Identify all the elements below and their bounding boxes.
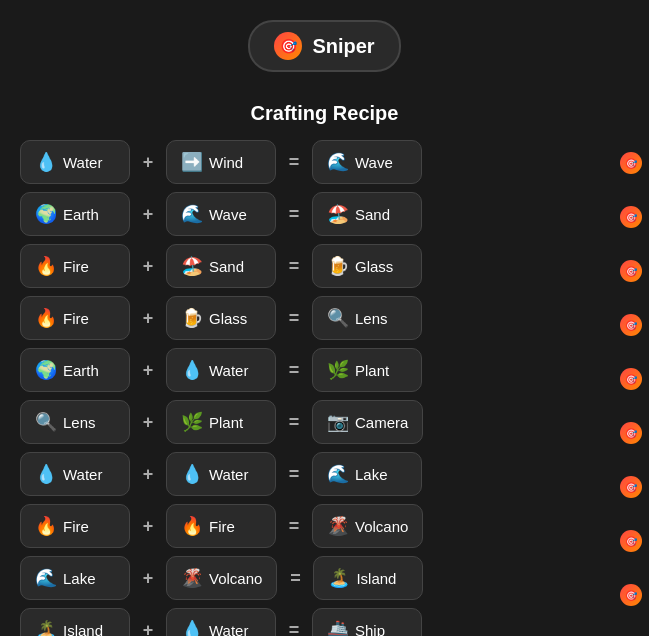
left-emoji-7: 💧 — [35, 463, 57, 485]
recipe-right-1[interactable]: ➡️ Wind — [166, 140, 276, 184]
right-label-6: Plant — [209, 414, 243, 431]
result-label-8: Volcano — [355, 518, 408, 535]
side-icon-circle-8[interactable]: 🎯 — [620, 530, 642, 552]
equals-operator-1: = — [286, 152, 302, 173]
side-icon-circle-4[interactable]: 🎯 — [620, 314, 642, 336]
recipe-right-4[interactable]: 🍺 Glass — [166, 296, 276, 340]
recipe-right-10[interactable]: 💧 Water — [166, 608, 276, 636]
side-icons-panel: 🎯 🎯 🎯 🎯 🎯 🎯 🎯 🎯 🎯 🎯 — [617, 140, 649, 636]
side-icon-circle-2[interactable]: 🎯 — [620, 206, 642, 228]
right-emoji-3: 🏖️ — [181, 255, 203, 277]
right-emoji-9: 🌋 — [181, 567, 203, 589]
left-emoji-4: 🔥 — [35, 307, 57, 329]
right-emoji-7: 💧 — [181, 463, 203, 485]
left-label-10: Island — [63, 622, 103, 637]
side-icon-circle-9[interactable]: 🎯 — [620, 584, 642, 606]
equals-operator-8: = — [286, 516, 302, 537]
recipe-result-6[interactable]: 📷 Camera — [312, 400, 423, 444]
recipe-row: 💧 Water + 💧 Water = 🌊 Lake — [20, 452, 597, 496]
right-label-1: Wind — [209, 154, 243, 171]
result-label-5: Plant — [355, 362, 389, 379]
side-icon-circle-1[interactable]: 🎯 — [620, 152, 642, 174]
recipe-right-3[interactable]: 🏖️ Sand — [166, 244, 276, 288]
result-label-9: Island — [356, 570, 396, 587]
recipe-left-9[interactable]: 🌊 Lake — [20, 556, 130, 600]
plus-operator-5: + — [140, 360, 156, 381]
recipe-right-5[interactable]: 💧 Water — [166, 348, 276, 392]
side-icon-item-7: 🎯 — [617, 464, 645, 510]
recipe-right-9[interactable]: 🌋 Volcano — [166, 556, 277, 600]
equals-operator-5: = — [286, 360, 302, 381]
recipe-right-8[interactable]: 🔥 Fire — [166, 504, 276, 548]
recipe-result-3[interactable]: 🍺 Glass — [312, 244, 422, 288]
recipe-left-4[interactable]: 🔥 Fire — [20, 296, 130, 340]
side-icon-circle-7[interactable]: 🎯 — [620, 476, 642, 498]
side-icon-item-1: 🎯 — [617, 140, 645, 186]
recipe-left-6[interactable]: 🔍 Lens — [20, 400, 130, 444]
right-emoji-4: 🍺 — [181, 307, 203, 329]
recipe-result-7[interactable]: 🌊 Lake — [312, 452, 422, 496]
left-label-7: Water — [63, 466, 102, 483]
recipe-result-4[interactable]: 🔍 Lens — [312, 296, 422, 340]
recipe-result-1[interactable]: 🌊 Wave — [312, 140, 422, 184]
right-label-10: Water — [209, 622, 248, 637]
right-label-5: Water — [209, 362, 248, 379]
recipe-right-2[interactable]: 🌊 Wave — [166, 192, 276, 236]
plus-operator-6: + — [140, 412, 156, 433]
content-area: 💧 Water + ➡️ Wind = 🌊 Wave 🌍 Earth + 🌊 W… — [0, 140, 649, 636]
recipe-left-3[interactable]: 🔥 Fire — [20, 244, 130, 288]
side-icon-item-3: 🎯 — [617, 248, 645, 294]
equals-operator-10: = — [286, 620, 302, 637]
side-icon-circle-5[interactable]: 🎯 — [620, 368, 642, 390]
right-emoji-2: 🌊 — [181, 203, 203, 225]
recipe-row: 🌊 Lake + 🌋 Volcano = 🏝️ Island — [20, 556, 597, 600]
recipe-result-5[interactable]: 🌿 Plant — [312, 348, 422, 392]
right-emoji-8: 🔥 — [181, 515, 203, 537]
side-icon-circle-3[interactable]: 🎯 — [620, 260, 642, 282]
side-icon-item-4: 🎯 — [617, 302, 645, 348]
recipe-left-2[interactable]: 🌍 Earth — [20, 192, 130, 236]
right-emoji-6: 🌿 — [181, 411, 203, 433]
result-label-1: Wave — [355, 154, 393, 171]
plus-operator-2: + — [140, 204, 156, 225]
recipe-right-6[interactable]: 🌿 Plant — [166, 400, 276, 444]
result-label-10: Ship — [355, 622, 385, 637]
left-label-4: Fire — [63, 310, 89, 327]
side-icon-circle-6[interactable]: 🎯 — [620, 422, 642, 444]
recipe-right-7[interactable]: 💧 Water — [166, 452, 276, 496]
plus-operator-7: + — [140, 464, 156, 485]
right-label-2: Wave — [209, 206, 247, 223]
left-label-9: Lake — [63, 570, 96, 587]
result-label-2: Sand — [355, 206, 390, 223]
plus-operator-10: + — [140, 620, 156, 637]
recipe-result-9[interactable]: 🏝️ Island — [313, 556, 423, 600]
recipe-result-10[interactable]: 🚢 Ship — [312, 608, 422, 636]
left-emoji-3: 🔥 — [35, 255, 57, 277]
side-icon-item-5: 🎯 — [617, 356, 645, 402]
recipe-left-1[interactable]: 💧 Water — [20, 140, 130, 184]
plus-operator-9: + — [140, 568, 156, 589]
left-label-1: Water — [63, 154, 102, 171]
recipe-row: 🔥 Fire + 🔥 Fire = 🌋 Volcano — [20, 504, 597, 548]
recipe-result-8[interactable]: 🌋 Volcano — [312, 504, 423, 548]
left-emoji-10: 🏝️ — [35, 619, 57, 636]
recipe-left-7[interactable]: 💧 Water — [20, 452, 130, 496]
result-label-7: Lake — [355, 466, 388, 483]
sniper-button[interactable]: 🎯 Sniper — [248, 20, 400, 72]
left-label-6: Lens — [63, 414, 96, 431]
plus-operator-4: + — [140, 308, 156, 329]
recipe-left-8[interactable]: 🔥 Fire — [20, 504, 130, 548]
result-emoji-4: 🔍 — [327, 307, 349, 329]
recipe-left-10[interactable]: 🏝️ Island — [20, 608, 130, 636]
right-emoji-1: ➡️ — [181, 151, 203, 173]
result-label-3: Glass — [355, 258, 393, 275]
result-emoji-9: 🏝️ — [328, 567, 350, 589]
left-emoji-5: 🌍 — [35, 359, 57, 381]
right-emoji-5: 💧 — [181, 359, 203, 381]
recipe-result-2[interactable]: 🏖️ Sand — [312, 192, 422, 236]
recipe-left-5[interactable]: 🌍 Earth — [20, 348, 130, 392]
recipe-row: 🏝️ Island + 💧 Water = 🚢 Ship — [20, 608, 597, 636]
right-label-9: Volcano — [209, 570, 262, 587]
plus-operator-1: + — [140, 152, 156, 173]
result-emoji-10: 🚢 — [327, 619, 349, 636]
